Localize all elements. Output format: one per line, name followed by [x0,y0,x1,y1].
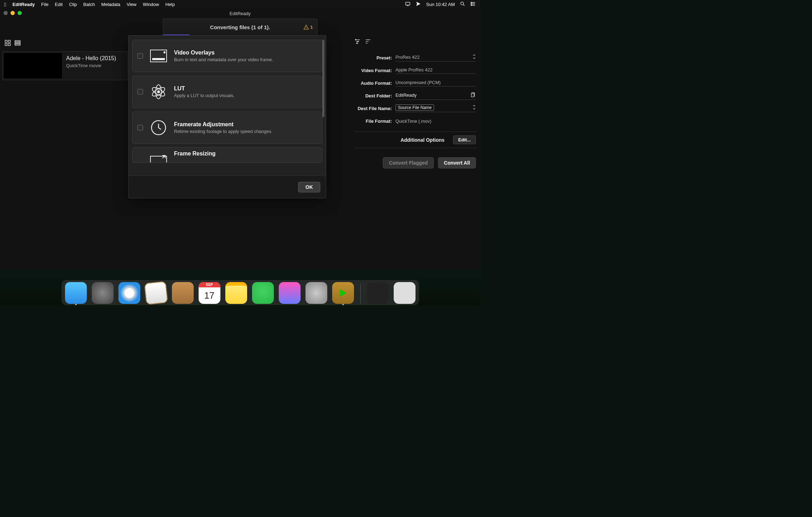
option-checkbox[interactable] [137,125,143,130]
preset-select[interactable]: ProRes 422 [395,54,476,62]
warning-icon [303,24,309,30]
conversion-status[interactable]: Converting files (1 of 1). 1 [163,19,317,36]
dock-mail[interactable] [144,281,168,305]
option-desc: Apply a LUT to output visuals. [174,93,234,98]
svg-point-2 [471,2,472,3]
option-video-overlays[interactable]: Video Overlays Burn in text and metadata… [132,40,322,72]
audio-format-label: Audio Format: [354,81,392,86]
svg-rect-19 [153,58,165,60]
filename-token[interactable]: Source File Name [395,104,434,111]
scrollbar[interactable] [322,40,324,117]
option-framerate[interactable]: Framerate Adjustment Retime existing foo… [132,111,322,144]
clip-subtype: QuickTime movie [66,63,116,68]
desktop-area: SEP 17 [0,271,480,306]
option-desc: Retime existing footage to apply speed c… [174,129,272,134]
display-icon[interactable] [405,1,411,8]
dock-calendar[interactable]: SEP 17 [199,282,220,304]
dock-system-preferences[interactable] [305,282,327,304]
option-desc: Burn in text and metadata over your vide… [174,57,273,62]
dock-launchpad[interactable] [92,282,114,304]
option-title: LUT [174,85,234,92]
dest-filename-label: Dest File Name: [354,106,392,111]
option-frame-resizing[interactable]: Frame Resizing [132,147,322,163]
svg-point-18 [164,52,165,53]
menu-file[interactable]: File [41,2,49,7]
option-lut[interactable]: LUT Apply a LUT to output visuals. [132,76,322,108]
option-checkbox[interactable] [137,53,143,59]
svg-rect-6 [8,40,11,43]
warning-count: 1 [310,25,313,30]
overlay-icon [149,47,168,65]
dock-editready[interactable] [332,282,354,304]
window-titlebar: EditReady [0,8,480,18]
video-format-label: Video Format: [354,68,392,73]
svg-rect-16 [471,93,474,97]
svg-rect-7 [5,44,7,46]
audio-format-value: Uncompressed (PCM) [395,80,441,85]
option-checkbox[interactable] [137,89,143,95]
app-menu[interactable]: EditReady [12,2,35,7]
menu-batch[interactable]: Batch [83,2,95,7]
sort-icon[interactable] [365,38,372,46]
option-title: Video Overlays [174,50,273,56]
svg-rect-11 [15,44,20,45]
filter-icon[interactable] [354,38,361,46]
menu-edit[interactable]: Edit [55,2,63,7]
chevron-updown-icon [472,105,476,111]
menu-help[interactable]: Help [165,2,175,7]
window-minimize-button[interactable] [11,11,15,15]
folder-picker-icon[interactable] [470,92,476,98]
list-view-button[interactable] [14,39,21,48]
file-format-value: QuickTime (.mov) [395,119,431,124]
dock-separator [360,284,361,304]
convert-flagged-button[interactable]: Convert Flagged [383,157,433,168]
grid-view-button[interactable] [4,39,11,48]
conversion-status-text: Converting files (1 of 1). [210,24,270,30]
svg-point-14 [356,43,357,44]
dock-notes[interactable] [225,282,247,304]
warning-indicator[interactable]: 1 [303,24,313,30]
resize-icon [149,151,168,163]
convert-all-button[interactable]: Convert All [438,157,476,168]
menu-clip[interactable]: Clip [69,2,77,7]
chevron-updown-icon [472,54,476,60]
control-center-icon[interactable] [470,1,476,8]
dock-finder[interactable] [65,282,87,304]
menu-view[interactable]: View [127,2,136,7]
svg-point-3 [471,4,472,4]
dock-recent-app[interactable] [367,282,389,304]
dest-folder-label: Dest Folder: [354,93,392,98]
apple-menu-icon[interactable]:  [4,1,6,7]
window-zoom-button[interactable] [18,11,22,15]
video-format-select[interactable]: Apple ProRes 422 [395,67,476,74]
dock-contacts[interactable] [172,282,194,304]
lut-icon [149,83,168,101]
status-item-icon[interactable] [415,1,421,8]
menu-metadata[interactable]: Metadata [101,2,120,7]
spotlight-icon[interactable] [460,1,465,8]
dock-messages[interactable] [252,282,274,304]
clock[interactable]: Sun 10:42 AM [426,2,455,7]
option-title: Framerate Adjustment [174,121,272,128]
svg-rect-5 [5,40,7,43]
clip-item[interactable]: Adele - Hello (2015) QuickTime movie [2,51,128,80]
option-title: Frame Resizing [174,151,215,157]
window-close-button[interactable] [4,11,8,15]
dest-folder-value[interactable]: EditReady [395,92,476,100]
svg-point-13 [357,41,359,42]
edit-options-button[interactable]: Edit... [453,135,476,144]
svg-point-23 [157,91,160,93]
calendar-month: SEP [199,282,220,287]
svg-point-1 [461,2,464,5]
dest-filename-field[interactable]: Source File Name [395,104,476,112]
menu-window[interactable]: Window [143,2,159,7]
ok-button[interactable]: OK [298,182,320,192]
audio-format-select[interactable]: Uncompressed (PCM) [395,80,476,87]
file-format-select[interactable]: QuickTime (.mov) [395,119,476,124]
dock-music[interactable] [279,282,301,304]
dock-safari[interactable] [118,282,140,304]
svg-rect-10 [15,42,20,43]
clock-icon [149,119,168,137]
svg-rect-9 [15,40,20,42]
dock-trash[interactable] [394,282,415,304]
